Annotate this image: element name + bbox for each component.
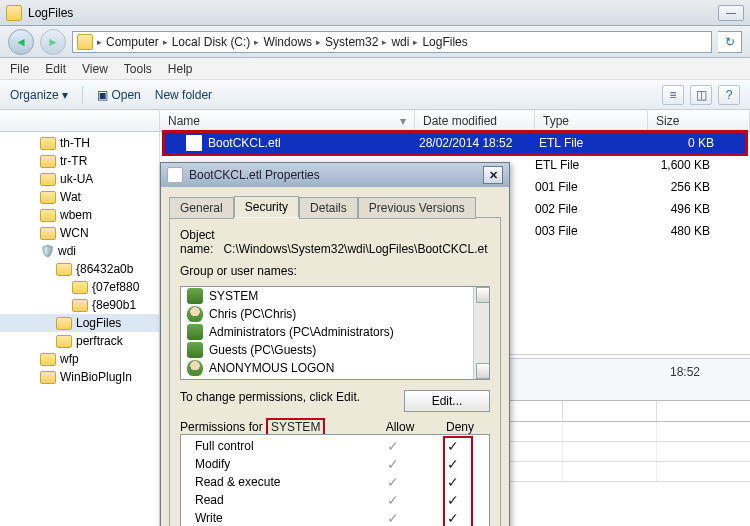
tree-node[interactable]: uk-UA <box>0 170 159 188</box>
tree-label: perftrack <box>76 334 123 348</box>
allow-check[interactable]: ✓ <box>363 438 423 454</box>
folder-tree[interactable]: th-THtr-TRuk-UAWatwbemWCN🛡️wdi{86432a0b{… <box>0 132 160 526</box>
tree-label: WCN <box>60 226 89 240</box>
allow-check[interactable]: ✓ <box>363 474 423 490</box>
help-button[interactable]: ? <box>718 85 740 105</box>
nav-forward-button[interactable]: ► <box>40 29 66 55</box>
col-type[interactable]: Type <box>535 110 648 131</box>
folder-icon <box>40 155 56 168</box>
close-button[interactable]: ✕ <box>483 166 503 184</box>
permission-row: Modify✓✓ <box>181 455 489 473</box>
file-row[interactable]: BootCKCL.etl28/02/2014 18:52ETL File0 KB <box>164 132 746 154</box>
tree-node[interactable]: LogFiles <box>0 314 159 332</box>
tab-details[interactable]: Details <box>299 197 358 219</box>
open-button[interactable]: ▣ Open <box>97 88 141 102</box>
group-user-list[interactable]: SYSTEMChris (PC\Chris)Administrators (PC… <box>180 286 490 380</box>
col-name[interactable]: Name ▾ <box>160 110 415 131</box>
organize-button[interactable]: Organize ▾ <box>10 88 68 102</box>
breadcrumb[interactable]: ▸Computer ▸Local Disk (C:) ▸Windows ▸Sys… <box>72 31 712 53</box>
group-item[interactable]: ANONYMOUS LOGON <box>181 359 489 377</box>
perm-for-label: Permissions for <box>180 420 263 434</box>
col-size[interactable]: Size <box>648 110 750 131</box>
tree-node[interactable]: WinBioPlugIn <box>0 368 159 386</box>
permission-row: Read & execute✓✓ <box>181 473 489 491</box>
deny-check[interactable]: ✓ <box>423 438 483 454</box>
perm-label: Write <box>187 511 363 525</box>
group-item[interactable]: Chris (PC\Chris) <box>181 305 489 323</box>
window-titlebar: LogFiles — <box>0 0 750 26</box>
dialog-title: BootCKCL.etl Properties <box>189 168 320 182</box>
folder-icon <box>77 34 93 50</box>
tree-node[interactable]: 🛡️wdi <box>0 242 159 260</box>
tab-security[interactable]: Security <box>234 196 299 218</box>
group-icon <box>187 324 203 340</box>
deny-check[interactable]: ✓ <box>423 474 483 490</box>
group-item[interactable]: Guests (PC\Guests) <box>181 341 489 359</box>
tree-node[interactable]: {8e90b1 <box>0 296 159 314</box>
allow-header: Allow <box>370 420 430 434</box>
tab-general[interactable]: General <box>169 197 234 219</box>
tree-node[interactable]: perftrack <box>0 332 159 350</box>
column-headers: Name ▾ Date modified Type Size <box>0 110 750 132</box>
tab-row: General Security Details Previous Versio… <box>161 187 509 217</box>
folder-icon <box>56 335 72 348</box>
new-folder-button[interactable]: New folder <box>155 88 212 102</box>
object-path: C:\Windows\System32\wdi\LogFiles\BootCKC… <box>223 242 487 256</box>
perm-label: Full control <box>187 439 363 453</box>
allow-check[interactable]: ✓ <box>363 510 423 526</box>
tree-node[interactable]: {07ef880 <box>0 278 159 296</box>
menu-edit[interactable]: Edit <box>45 62 66 76</box>
tree-label: WinBioPlugIn <box>60 370 132 384</box>
refresh-button[interactable]: ↻ <box>718 31 742 53</box>
explorer-toolbar: Organize ▾ ▣ Open New folder ≡ ◫ ? <box>0 80 750 110</box>
tree-label: wdi <box>58 244 76 258</box>
allow-check[interactable]: ✓ <box>363 492 423 508</box>
view-mode-button[interactable]: ≡ <box>662 85 684 105</box>
deny-check[interactable]: ✓ <box>423 492 483 508</box>
folder-icon <box>40 191 56 204</box>
perm-label: Modify <box>187 457 363 471</box>
deny-check[interactable]: ✓ <box>423 510 483 526</box>
file-type: 002 File <box>535 202 648 216</box>
edit-button[interactable]: Edit... <box>404 390 490 412</box>
dialog-titlebar[interactable]: BootCKCL.etl Properties ✕ <box>161 163 509 187</box>
group-label: Chris (PC\Chris) <box>209 307 296 321</box>
col-date[interactable]: Date modified <box>415 110 535 131</box>
menu-file[interactable]: File <box>10 62 29 76</box>
folder-icon <box>6 5 22 21</box>
nav-back-button[interactable]: ◄ <box>8 29 34 55</box>
groups-label: Group or user names: <box>180 264 490 278</box>
menu-tools[interactable]: Tools <box>124 62 152 76</box>
tree-node[interactable]: wfp <box>0 350 159 368</box>
file-type: ETL File <box>535 158 648 172</box>
group-item[interactable]: SYSTEM <box>181 287 489 305</box>
group-icon <box>187 342 203 358</box>
tree-label: th-TH <box>60 136 90 150</box>
menu-bar: File Edit View Tools Help <box>0 58 750 80</box>
minimize-button[interactable]: — <box>718 5 744 21</box>
preview-pane-button[interactable]: ◫ <box>690 85 712 105</box>
edit-hint: To change permissions, click Edit. <box>180 390 360 404</box>
tree-node[interactable]: Wat <box>0 188 159 206</box>
tree-label: uk-UA <box>60 172 93 186</box>
tree-label: {8e90b1 <box>92 298 136 312</box>
tree-node[interactable]: {86432a0b <box>0 260 159 278</box>
tree-node[interactable]: tr-TR <box>0 152 159 170</box>
menu-help[interactable]: Help <box>168 62 193 76</box>
file-type: 001 File <box>535 180 648 194</box>
group-icon <box>187 288 203 304</box>
tree-node[interactable]: th-TH <box>0 134 159 152</box>
permission-row: Write✓✓ <box>181 509 489 526</box>
tree-node[interactable]: WCN <box>0 224 159 242</box>
file-size: 256 KB <box>648 180 728 194</box>
tree-node[interactable]: wbem <box>0 206 159 224</box>
group-item[interactable]: Administrators (PC\Administrators) <box>181 323 489 341</box>
group-label: ANONYMOUS LOGON <box>209 361 334 375</box>
allow-check[interactable]: ✓ <box>363 456 423 472</box>
deny-header: Deny <box>430 420 490 434</box>
menu-view[interactable]: View <box>82 62 108 76</box>
scrollbar[interactable] <box>473 287 489 379</box>
tab-previous-versions[interactable]: Previous Versions <box>358 197 476 219</box>
deny-check[interactable]: ✓ <box>423 456 483 472</box>
folder-icon <box>40 209 56 222</box>
